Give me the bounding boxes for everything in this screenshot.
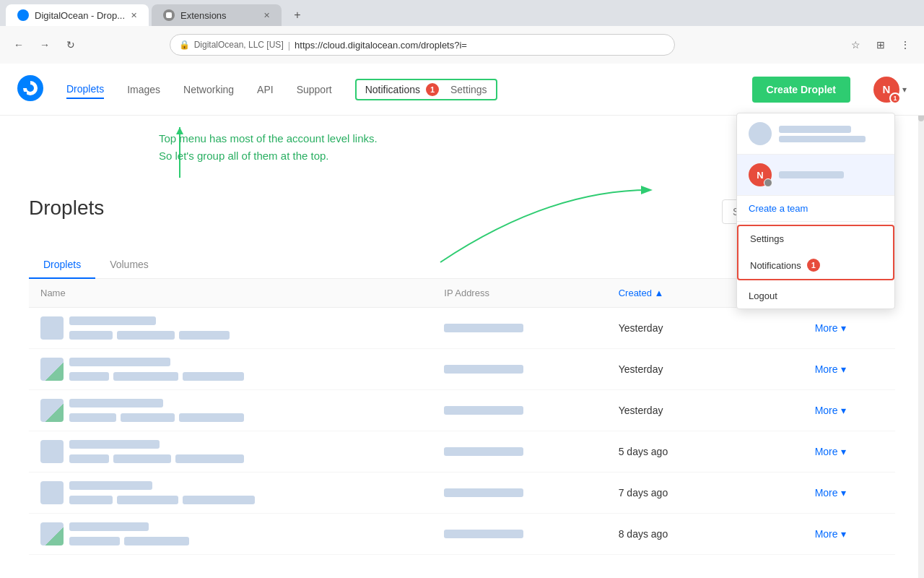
more-button[interactable]: More ▾ bbox=[815, 363, 884, 375]
row-icon bbox=[40, 481, 64, 504]
svg-rect-5 bbox=[30, 97, 32, 99]
tab-droplets[interactable]: Droplets bbox=[29, 251, 95, 279]
dropdown-settings-item[interactable]: Settings bbox=[738, 226, 893, 251]
created-date: Yesterday bbox=[607, 308, 731, 349]
nav-networking[interactable]: Networking bbox=[183, 81, 234, 98]
table-row: Yesterday More ▾ bbox=[29, 390, 895, 431]
more-button[interactable]: More ▾ bbox=[815, 487, 884, 499]
ext-tab-close[interactable]: ✕ bbox=[263, 11, 270, 20]
dropdown-notifications-item[interactable]: Notifications 1 bbox=[738, 251, 893, 279]
created-date: Yesterday bbox=[607, 349, 731, 390]
droplet-name bbox=[69, 316, 156, 325]
ip-address bbox=[444, 324, 523, 332]
droplet-name bbox=[69, 358, 170, 366]
lock-icon: 🔒 bbox=[179, 40, 190, 50]
annotation-text: Top menu has most of the account level l… bbox=[159, 130, 378, 165]
table-row: Yesterday More ▾ bbox=[29, 308, 895, 349]
user-dropdown-arrow: ▾ bbox=[902, 85, 907, 95]
ext-tab-title: Extensions bbox=[180, 10, 227, 21]
name-cell bbox=[40, 440, 421, 463]
ip-address bbox=[444, 406, 523, 415]
col-created[interactable]: Created ▲ bbox=[607, 279, 731, 308]
droplet-name bbox=[69, 440, 160, 449]
dropdown-username-2 bbox=[779, 171, 844, 178]
col-name: Name bbox=[29, 279, 432, 308]
extensions-button[interactable]: ⊞ bbox=[871, 35, 891, 55]
scrollbar[interactable] bbox=[918, 64, 924, 578]
back-button[interactable]: ← bbox=[9, 35, 29, 55]
svg-point-0 bbox=[19, 12, 27, 19]
user-avatar: N 1 bbox=[873, 77, 899, 103]
address-bar[interactable]: 🔒 DigitalOcean, LLC [US] | https://cloud… bbox=[170, 34, 675, 56]
menu-button[interactable]: ⋮ bbox=[895, 35, 915, 55]
tags-cell bbox=[731, 514, 803, 555]
dropdown-logout-item[interactable]: Logout bbox=[737, 283, 894, 309]
user-avatar-wrap[interactable]: N 1 ▾ bbox=[873, 77, 907, 103]
do-logo[interactable] bbox=[17, 75, 43, 103]
ext-tab-favicon bbox=[163, 9, 175, 21]
name-cell bbox=[40, 399, 421, 422]
dropdown-settings-section: Settings Notifications 1 bbox=[737, 225, 894, 280]
more-button[interactable]: More ▾ bbox=[815, 528, 884, 540]
svg-rect-3 bbox=[23, 92, 27, 95]
nav-images[interactable]: Images bbox=[127, 81, 160, 98]
dropdown-user-item-2[interactable]: N bbox=[737, 155, 894, 196]
more-button[interactable]: More ▾ bbox=[815, 322, 884, 334]
dropdown-username-1 bbox=[779, 126, 851, 133]
inactive-tab[interactable]: Extensions ✕ bbox=[152, 4, 282, 26]
table-row: 7 days ago More ▾ bbox=[29, 473, 895, 514]
tab-title: DigitalOcean - Drop... bbox=[35, 10, 125, 21]
tags-cell bbox=[731, 390, 803, 431]
table-row: 8 days ago More ▾ bbox=[29, 514, 895, 555]
table-row: 5 days ago More ▾ bbox=[29, 431, 895, 473]
browser-actions: ☆ ⊞ ⋮ bbox=[846, 35, 915, 55]
ip-address bbox=[444, 365, 523, 374]
created-date: 8 days ago bbox=[607, 514, 731, 555]
new-tab-button[interactable]: + bbox=[284, 4, 310, 26]
dropdown-email-1 bbox=[779, 136, 866, 142]
tags-cell bbox=[731, 349, 803, 390]
tab-close-button[interactable]: ✕ bbox=[131, 11, 137, 20]
name-cell bbox=[40, 316, 421, 340]
url-text: https://cloud.digitalocean.com/droplets?… bbox=[295, 40, 467, 51]
create-droplet-button[interactable]: Create Droplet bbox=[752, 77, 850, 103]
reload-button[interactable]: ↻ bbox=[61, 35, 81, 55]
name-cell bbox=[40, 522, 421, 545]
ip-address bbox=[444, 447, 523, 456]
svg-rect-1 bbox=[166, 12, 172, 18]
notifications-label: Notifications bbox=[365, 84, 420, 95]
tab-favicon-do bbox=[17, 9, 29, 21]
forward-button[interactable]: → bbox=[35, 35, 55, 55]
bookmark-button[interactable]: ☆ bbox=[846, 35, 866, 55]
tab-volumes[interactable]: Volumes bbox=[95, 251, 163, 279]
dropdown-notif-badge: 1 bbox=[807, 259, 820, 272]
avatar-badge: 1 bbox=[889, 92, 901, 104]
droplet-name bbox=[69, 522, 149, 531]
created-date: 7 days ago bbox=[607, 473, 731, 514]
row-icon bbox=[40, 440, 64, 463]
active-tab[interactable]: DigitalOcean - Drop... ✕ bbox=[6, 4, 149, 26]
nav-api[interactable]: API bbox=[257, 81, 274, 98]
ip-address bbox=[444, 530, 523, 538]
more-button[interactable]: More ▾ bbox=[815, 405, 884, 416]
droplet-name bbox=[69, 399, 163, 407]
nav-support[interactable]: Support bbox=[297, 81, 332, 98]
nav-droplets[interactable]: Droplets bbox=[66, 80, 104, 99]
row-icon bbox=[40, 358, 64, 381]
create-team-link[interactable]: Create a team bbox=[737, 196, 894, 222]
col-ip: IP Address bbox=[432, 279, 606, 308]
user-dropdown-menu: N Create a team Settings Notifications 1… bbox=[736, 113, 895, 309]
dropdown-user-item-1[interactable] bbox=[737, 113, 894, 155]
name-cell bbox=[40, 358, 421, 381]
notifications-settings-box[interactable]: Notifications 1 Settings bbox=[355, 79, 497, 100]
more-button[interactable]: More ▾ bbox=[815, 446, 884, 457]
table-row: Yesterday More ▾ bbox=[29, 349, 895, 390]
notifications-badge: 1 bbox=[426, 83, 439, 96]
name-cell bbox=[40, 481, 421, 504]
tags-cell bbox=[731, 431, 803, 473]
dropdown-avatar-2: N bbox=[749, 163, 772, 186]
top-nav: Droplets Images Networking API Support N… bbox=[0, 64, 924, 116]
row-icon bbox=[40, 399, 64, 422]
droplet-name bbox=[69, 481, 152, 490]
dropdown-avatar-badge bbox=[764, 178, 772, 187]
